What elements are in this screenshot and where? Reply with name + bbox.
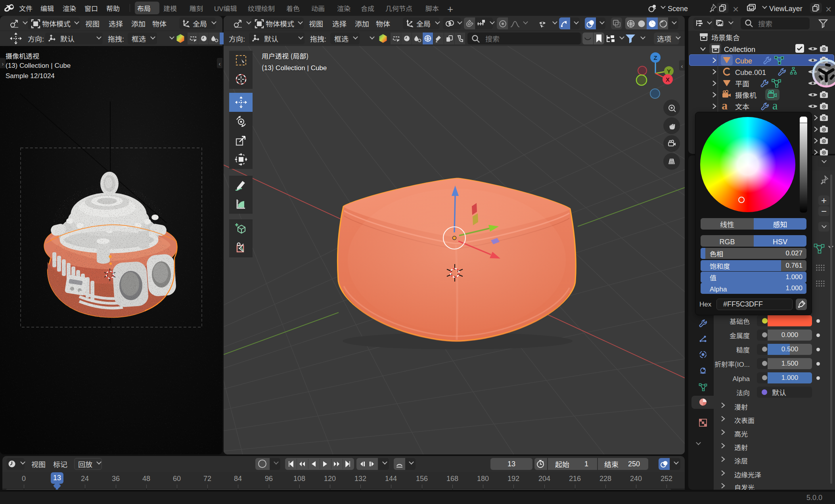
svg-text:Z: Z: [653, 54, 657, 61]
svg-text:X: X: [666, 76, 670, 83]
svg-text:Y: Y: [667, 68, 671, 75]
